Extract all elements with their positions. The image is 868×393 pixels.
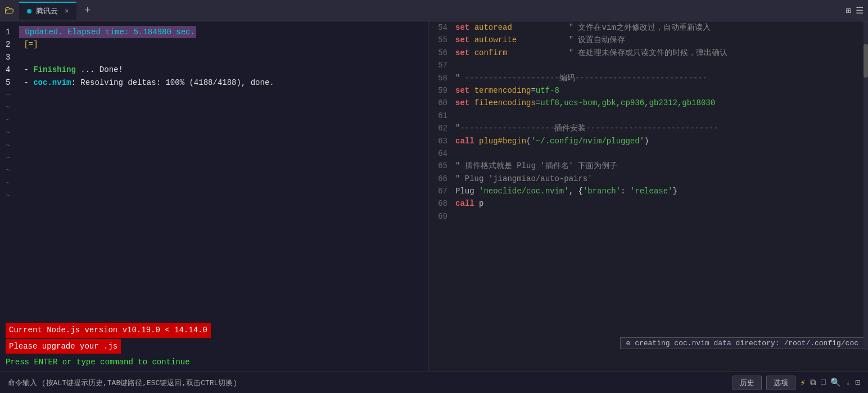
lc-59: set termencoding=utf-8 [455, 84, 559, 97]
code-line-68: 68 call p [428, 197, 868, 210]
ln-59: 59 [428, 84, 455, 97]
fullscreen-icon[interactable]: ⊡ [855, 377, 860, 388]
line-5-coc: coc.nvim [33, 76, 71, 89]
lc-62: "--------------------插件安装---------------… [455, 122, 718, 134]
status-input-hint: 命令输入 (按ALT键提示历史,TAB键路径,ESC键返回,双击CTRL切换) [8, 378, 733, 388]
lc-65: " 插件格式就是 Plug '插件名' 下面为例子 [455, 160, 617, 172]
search-icon[interactable]: 🔍 [830, 377, 841, 388]
box-icon[interactable]: □ [821, 378, 826, 387]
scrollbar-thumb[interactable] [864, 44, 868, 78]
ln-65: 65 [428, 160, 455, 172]
code-line-65: 65 " 插件格式就是 Plug '插件名' 下面为例子 [428, 160, 868, 172]
line-3-text [19, 51, 24, 64]
error-line-2: Please upgrade your .js [6, 339, 422, 354]
tilde-7: ~ [6, 164, 422, 177]
code-line-56: 56 set confirm " 在处理未保存或只读文件的时候，弹出确认 [428, 47, 868, 59]
error-line-1: Current Node.js version v10.19.0 < 14.14… [6, 323, 422, 337]
ln-62: 62 [428, 122, 455, 134]
terminal-line-1: 1 Updated. Elapsed time: 5.184980 sec. [6, 26, 422, 38]
lc-63: call plug#begin('~/.config/nvim/plugged'… [455, 135, 649, 147]
tilde-3: ~ [6, 114, 422, 127]
lc-56: set confirm " 在处理未保存或只读文件的时候，弹出确认 [455, 47, 727, 59]
line-num-4: 4 [6, 64, 17, 76]
code-line-55: 55 set autowrite " 设置自动保存 [428, 34, 868, 46]
lc-69 [455, 210, 460, 223]
code-line-62: 62 "--------------------插件安装------------… [428, 122, 868, 134]
line-2-text: [=] [19, 38, 38, 51]
scrollbar-track[interactable] [864, 21, 868, 350]
code-line-69: 69 [428, 210, 868, 223]
code-line-66: 66 " Plug 'jiangmiao/auto-pairs' [428, 173, 868, 185]
terminal-panel: 1 Updated. Elapsed time: 5.184980 sec. 2… [0, 21, 428, 372]
code-line-61: 61 [428, 110, 868, 122]
terminal-line-3: 3 [6, 51, 422, 64]
ln-60: 60 [428, 97, 455, 109]
lc-57 [455, 59, 460, 71]
add-tab-button[interactable]: + [84, 5, 91, 16]
lc-60: set fileencodings=utf8,ucs-bom,gbk,cp936… [455, 97, 715, 109]
lightning-icon[interactable]: ⚡ [800, 377, 806, 389]
main-content: 1 Updated. Elapsed time: 5.184980 sec. 2… [0, 21, 868, 372]
menu-icon[interactable]: ☰ [856, 5, 864, 16]
lc-64 [455, 147, 460, 160]
copy-icon[interactable]: ⧉ [810, 378, 816, 388]
line-4-dash: - [19, 64, 33, 76]
main-tab[interactable]: 腾讯云 ✕ [19, 2, 76, 20]
ln-63: 63 [428, 135, 455, 147]
ln-57: 57 [428, 59, 455, 71]
code-line-57: 57 [428, 59, 868, 71]
tilde-6: ~ [6, 152, 422, 164]
tilde-2: ~ [6, 101, 422, 114]
code-line-59: 59 set termencoding=utf-8 [428, 84, 868, 97]
line-num-5: 5 [6, 76, 17, 89]
code-line-64: 64 [428, 147, 868, 160]
lc-55: set autowrite " 设置自动保存 [455, 34, 625, 46]
folder-icon[interactable]: 🗁 [4, 4, 15, 16]
terminal-content: 1 Updated. Elapsed time: 5.184980 sec. 2… [0, 21, 428, 318]
tilde-1: ~ [6, 89, 422, 101]
lc-58: " --------------------编码----------------… [455, 72, 707, 84]
lc-66: " Plug 'jiangmiao/auto-pairs' [455, 173, 593, 185]
code-line-63: 63 call plug#begin('~/.config/nvim/plugg… [428, 135, 868, 147]
ln-58: 58 [428, 72, 455, 84]
line-num-2: 2 [6, 38, 17, 51]
tilde-8: ~ [6, 177, 422, 189]
ln-56: 56 [428, 47, 455, 59]
ln-67: 67 [428, 185, 455, 197]
code-line-58: 58 " --------------------编码-------------… [428, 72, 868, 84]
line-5-dash: - [19, 76, 33, 89]
code-panel: 54 set autoread " 文件在vim之外修改过，自动重新读入 55 … [428, 21, 868, 372]
continue-text: Press ENTER or type command to continue [6, 358, 190, 367]
line-4-rest: ... Done! [76, 64, 123, 76]
error-box-2: Please upgrade your .js [6, 339, 121, 354]
lc-54: set autoread " 文件在vim之外修改过，自动重新读入 [455, 21, 711, 34]
error-box-1: Current Node.js version v10.19.0 < 14.14… [6, 323, 211, 337]
line-num-1: 1 [6, 26, 17, 38]
code-line-54: 54 set autoread " 文件在vim之外修改过，自动重新读入 [428, 21, 868, 34]
continue-line: Press ENTER or type command to continue [6, 356, 422, 369]
grid-icon[interactable]: ⊞ [846, 5, 851, 16]
titlebar-left: 🗁 腾讯云 ✕ + [4, 2, 91, 20]
history-button[interactable]: 历史 [733, 376, 762, 390]
ln-61: 61 [428, 110, 455, 122]
download-icon[interactable]: ↓ [846, 378, 851, 387]
code-content: 54 set autoread " 文件在vim之外修改过，自动重新读入 55 … [428, 21, 868, 372]
lc-61 [455, 110, 460, 122]
code-line-60: 60 set fileencodings=utf8,ucs-bom,gbk,cp… [428, 97, 868, 109]
code-line-67: 67 Plug 'neoclide/coc.nvim', {'branch': … [428, 185, 868, 197]
options-button[interactable]: 选项 [766, 376, 795, 390]
ln-64: 64 [428, 147, 455, 160]
tilde-9: ~ [6, 189, 422, 202]
tab-close-icon[interactable]: ✕ [65, 7, 69, 15]
statusbar: 命令输入 (按ALT键提示历史,TAB键路径,ESC键返回,双击CTRL切换) … [0, 372, 868, 393]
ln-54: 54 [428, 21, 455, 34]
line-1-text: Updated. Elapsed time: 5.184980 sec. [19, 26, 196, 38]
lc-67: Plug 'neoclide/coc.nvim', {'branch': 're… [455, 185, 677, 197]
status-right: 历史 选项 ⚡ ⧉ □ 🔍 ↓ ⊡ [733, 376, 860, 390]
titlebar-controls: ⊞ ☰ [846, 5, 864, 16]
tab-dot [27, 9, 31, 13]
line-4-finishing: Finishing [33, 64, 76, 76]
ln-69: 69 [428, 210, 455, 223]
ln-55: 55 [428, 34, 455, 46]
ln-68: 68 [428, 197, 455, 210]
